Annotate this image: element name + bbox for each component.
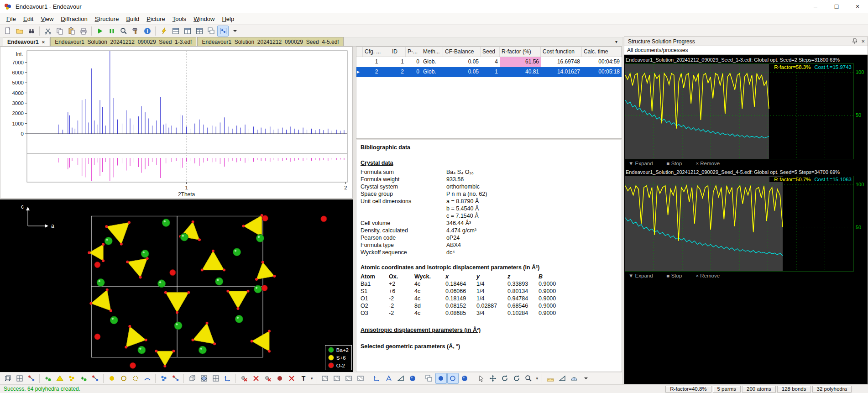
- sphere-display-icon[interactable]: [407, 373, 418, 384]
- zoom-mode-icon-dropdown[interactable]: ▾: [535, 376, 540, 381]
- window-grid-icon[interactable]: [193, 26, 205, 37]
- atom-ring-style-icon[interactable]: [118, 373, 129, 384]
- tab-3[interactable]: Endeavour1_Solution_20241212_090029_Seed…: [197, 37, 343, 46]
- results-col-9[interactable]: Calc. time: [582, 47, 622, 57]
- labels-icon[interactable]: T: [298, 373, 309, 384]
- connectivity-icon[interactable]: [89, 373, 101, 384]
- texture-dots-icon[interactable]: [355, 373, 366, 384]
- remove-polyhedra-icon[interactable]: [262, 373, 273, 384]
- menu-help[interactable]: Help: [218, 14, 238, 24]
- find-icon[interactable]: [26, 26, 37, 37]
- zoom-tool-icon[interactable]: [118, 26, 129, 37]
- pan-icon[interactable]: [487, 373, 499, 384]
- remove-button-2[interactable]: × Remove: [695, 273, 720, 278]
- tab-close-icon[interactable]: ×: [42, 39, 45, 45]
- window-cascade-icon[interactable]: [205, 26, 217, 37]
- view-sphere-icon[interactable]: [459, 373, 471, 384]
- menu-diffraction[interactable]: Diffraction: [57, 14, 91, 24]
- expand-button-1[interactable]: ▼ Expand: [628, 161, 653, 166]
- texture-plain-icon[interactable]: [319, 373, 331, 384]
- spin-icon[interactable]: [511, 373, 523, 384]
- atom-dotted-style-icon[interactable]: [130, 373, 141, 384]
- documents-filter[interactable]: All documents/processes: [624, 46, 868, 55]
- polyhedra-icon[interactable]: [54, 373, 65, 384]
- results-col-5[interactable]: CF-Balance: [443, 47, 481, 57]
- process-plot[interactable]: R-factor=58.3%Cost f.=15.9743: [625, 63, 854, 159]
- paste-icon[interactable]: [66, 26, 77, 37]
- menu-tools[interactable]: Tools: [169, 14, 190, 24]
- add-atom-icon[interactable]: [42, 373, 53, 384]
- results-col-6[interactable]: Seed: [481, 47, 500, 57]
- pause-solution-icon[interactable]: [106, 26, 117, 37]
- menu-build[interactable]: Build: [122, 14, 143, 24]
- toolbar-options-icon[interactable]: [229, 26, 241, 37]
- cut-icon[interactable]: [42, 26, 53, 37]
- energy-icon[interactable]: [158, 26, 169, 37]
- tab-list-dropdown-icon[interactable]: ▾: [615, 39, 617, 44]
- copy-icon[interactable]: [54, 26, 65, 37]
- angle-display-icon[interactable]: [383, 373, 395, 384]
- results-row-2[interactable]: ▸220Glob.0.05140.8114.0162700:05:18: [356, 67, 622, 77]
- tab-1[interactable]: Endeavour1×: [3, 37, 49, 46]
- results-col-7[interactable]: R-factor (%): [500, 47, 541, 57]
- maximize-button[interactable]: □: [826, 0, 847, 13]
- remove-atom-icon[interactable]: [238, 373, 250, 384]
- cell-content-icon[interactable]: [198, 373, 209, 384]
- menu-view[interactable]: View: [37, 14, 57, 24]
- measure-dropdown-icon[interactable]: [580, 373, 591, 384]
- remove-all-icon[interactable]: [286, 373, 297, 384]
- remove-bond-icon[interactable]: [250, 373, 261, 384]
- open-file-icon[interactable]: [14, 26, 25, 37]
- view-3d-icon[interactable]: [217, 26, 229, 37]
- hide-atoms-icon[interactable]: [274, 373, 285, 384]
- window-split-horizontal-icon[interactable]: [170, 26, 181, 37]
- labels-icon-dropdown[interactable]: ▾: [309, 376, 314, 381]
- structure-3d-canvas[interactable]: ca: [0, 199, 352, 371]
- packing-icon[interactable]: [14, 373, 25, 384]
- measure-torsion-icon[interactable]: [568, 373, 580, 384]
- remove-button-1[interactable]: × Remove: [695, 161, 720, 166]
- cluster-icon[interactable]: [66, 373, 77, 384]
- menu-window[interactable]: Window: [190, 14, 218, 24]
- view-ball-icon[interactable]: [435, 373, 447, 384]
- results-col-3[interactable]: P-...: [406, 47, 421, 57]
- results-col-2[interactable]: ID: [390, 47, 406, 57]
- texture-lines-icon[interactable]: [343, 373, 355, 384]
- results-col-4[interactable]: Meth...: [421, 47, 443, 57]
- results-row-1[interactable]: 110Glob.0.05461.5616.6974800:04:59: [356, 57, 622, 67]
- menu-edit[interactable]: Edit: [20, 14, 37, 24]
- zoom-mode-icon[interactable]: [523, 373, 534, 384]
- results-col-8[interactable]: Cost function: [541, 47, 582, 57]
- rotate-icon[interactable]: [499, 373, 511, 384]
- symmetry-icon[interactable]: [2, 373, 13, 384]
- measure-distance-icon[interactable]: [544, 373, 556, 384]
- panel-close-icon[interactable]: ×: [861, 38, 865, 45]
- supercell-icon[interactable]: [210, 373, 221, 384]
- new-file-icon[interactable]: [2, 26, 13, 37]
- stop-button-1[interactable]: ■ Stop: [667, 161, 682, 166]
- menu-picture[interactable]: Picture: [143, 14, 168, 24]
- build-molecule-icon[interactable]: [26, 373, 37, 384]
- view-ellipsoid-icon[interactable]: [447, 373, 459, 384]
- tab-2[interactable]: Endeavour1_Solution_20241212_090029_Seed…: [50, 37, 196, 46]
- arc-style-icon[interactable]: [141, 373, 153, 384]
- cell-axes-icon[interactable]: [222, 373, 233, 384]
- select-pointer-icon[interactable]: [476, 373, 487, 384]
- bonds-icon[interactable]: [170, 373, 181, 384]
- info-icon[interactable]: i: [141, 26, 153, 37]
- stop-button-2[interactable]: ■ Stop: [667, 273, 682, 278]
- tools-icon[interactable]: [130, 26, 141, 37]
- measure-angle-icon[interactable]: [556, 373, 568, 384]
- pin-icon[interactable]: [852, 38, 858, 45]
- print-icon[interactable]: [78, 26, 89, 37]
- viewport-icon[interactable]: [424, 373, 435, 384]
- atom-solid-style-icon[interactable]: [106, 373, 117, 384]
- menu-file[interactable]: File: [3, 14, 20, 24]
- unit-cell-icon[interactable]: [186, 373, 198, 384]
- results-col-1[interactable]: Cfg. ...: [363, 47, 390, 57]
- texture-hatch-icon[interactable]: [331, 373, 343, 384]
- axes-display-icon[interactable]: [371, 373, 383, 384]
- atoms-visibility-icon[interactable]: [158, 373, 169, 384]
- expand-button-2[interactable]: ▼ Expand: [628, 273, 653, 278]
- window-split-vertical-icon[interactable]: [182, 26, 193, 37]
